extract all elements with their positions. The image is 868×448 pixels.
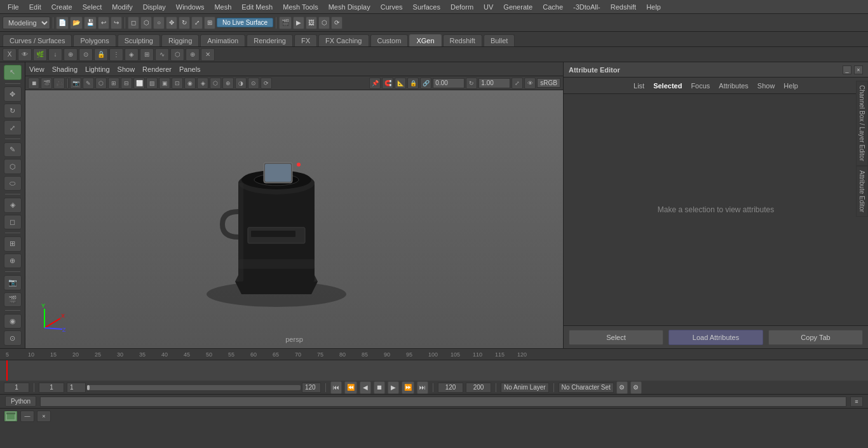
persp-btn[interactable]: ⬡ (318, 17, 330, 29)
tab-fx[interactable]: FX (294, 34, 317, 46)
menu-generate[interactable]: Generate (498, 2, 538, 12)
render-btn[interactable]: 🎬 (279, 17, 292, 29)
tab-rigging[interactable]: Rigging (161, 34, 199, 46)
vp-tb-6[interactable]: ⬡ (95, 78, 107, 89)
tab-polygons[interactable]: Polygons (73, 34, 116, 46)
go-to-end-btn[interactable]: ⏭ (417, 381, 428, 394)
wm-main-window[interactable] (4, 411, 18, 422)
scale-input[interactable] (478, 78, 510, 88)
render-view-btn[interactable]: 🎬 (4, 292, 22, 308)
attr-minimize-btn[interactable]: _ (843, 65, 851, 74)
prev-frame-btn[interactable]: ⏪ (344, 381, 357, 394)
menu-curves[interactable]: Curves (376, 2, 408, 12)
tab-custom[interactable]: Custom (370, 34, 409, 46)
xgen-btn-6[interactable]: ⊙ (79, 48, 93, 61)
vp-menu-panels[interactable]: Panels (179, 65, 201, 73)
vp-tb-15[interactable]: ⊕ (222, 78, 234, 89)
menu-file[interactable]: File (3, 2, 24, 12)
vp-tb-11[interactable]: ⊡ (172, 78, 183, 89)
frame-current-input[interactable] (4, 383, 29, 393)
tab-animation[interactable]: Animation (200, 34, 245, 46)
extra-tool-btn-1[interactable]: ◉ (4, 314, 22, 329)
attr-tab-list[interactable]: List (634, 82, 644, 90)
vp-tb-17[interactable]: ⊙ (248, 78, 259, 89)
python-input[interactable] (40, 397, 846, 407)
rotation-input[interactable] (433, 78, 465, 88)
vp-tb-3[interactable]: 🎥 (53, 78, 65, 89)
xgen-btn-1[interactable]: X (3, 48, 17, 61)
select-tool-btn[interactable]: ↖ (4, 65, 22, 80)
anim-options-btn[interactable]: ⚙ (630, 381, 642, 394)
vp-tb-link[interactable]: 🔗 (420, 78, 431, 89)
frame-max-input[interactable] (466, 383, 491, 393)
viewport-3d[interactable]: X Y Z persp (25, 90, 563, 348)
undo-btn[interactable]: ↩ (98, 17, 109, 29)
menu-mesh[interactable]: Mesh (209, 2, 236, 12)
tab-bullet[interactable]: Bullet (484, 34, 515, 46)
vp-tb-10[interactable]: ▣ (159, 78, 170, 89)
menu-modify[interactable]: Modify (107, 2, 137, 12)
char-set-label[interactable]: No Character Set (559, 383, 614, 393)
vp-tb-8[interactable]: ⬜ (133, 78, 145, 89)
menu-surfaces[interactable]: Surfaces (408, 2, 445, 12)
frame-end-input[interactable] (438, 383, 463, 393)
char-set-options-btn[interactable]: ⚙ (616, 381, 628, 394)
menu-cache[interactable]: Cache (538, 2, 568, 12)
channel-box-tab[interactable]: Channel Box / Layer Editor (856, 81, 868, 166)
rotate-btn[interactable]: ↻ (179, 17, 190, 29)
tab-curves-surfaces[interactable]: Curves / Surfaces (3, 34, 72, 46)
new-scene-btn[interactable]: 📄 (56, 17, 69, 29)
open-scene-btn[interactable]: 📂 (70, 17, 83, 29)
xgen-btn-11[interactable]: ∿ (155, 48, 169, 61)
xgen-btn-9[interactable]: ◈ (125, 48, 139, 61)
attr-load-btn[interactable]: Load Attributes (668, 330, 763, 345)
attr-close-btn[interactable]: × (854, 65, 863, 74)
tab-redshift[interactable]: Redshift (443, 34, 482, 46)
vp-tb-14[interactable]: ⬡ (210, 78, 221, 89)
menu-windows[interactable]: Windows (171, 2, 210, 12)
play-back-btn[interactable]: ◀ (360, 381, 371, 394)
wm-close-btn[interactable]: × (37, 411, 51, 422)
xgen-btn-10[interactable]: ⊞ (140, 48, 154, 61)
attr-copy-tab-btn[interactable]: Copy Tab (768, 330, 863, 345)
vp-tb-2[interactable]: 🎬 (41, 78, 52, 89)
last-tool-btn[interactable]: ⊞ (204, 17, 215, 29)
paint-tool-btn[interactable]: ✎ (4, 142, 22, 158)
vp-tb-12[interactable]: ◉ (184, 78, 196, 89)
python-tab-btn[interactable]: Python (5, 396, 36, 407)
attr-tab-selected[interactable]: Selected (653, 82, 682, 90)
menu-redshift[interactable]: Redshift (606, 2, 641, 12)
tab-sculpting[interactable]: Sculpting (118, 34, 160, 46)
timeline-slider[interactable] (87, 385, 301, 390)
next-frame-btn[interactable]: ⏩ (402, 381, 414, 394)
tab-fx-caching[interactable]: FX Caching (318, 34, 369, 46)
xgen-btn-5[interactable]: ⊕ (64, 48, 78, 61)
xgen-btn-4[interactable]: ↓ (48, 48, 62, 61)
play-fwd-btn[interactable]: ▶ (388, 381, 399, 394)
vp-tb-1[interactable]: ⏹ (28, 78, 39, 89)
wm-minimize-btn[interactable]: — (20, 411, 34, 422)
vp-tb-grid[interactable]: ⊟ (121, 78, 132, 89)
tab-rendering[interactable]: Rendering (247, 34, 293, 46)
stop-btn[interactable]: ⏹ (374, 381, 385, 394)
attr-tab-focus[interactable]: Focus (691, 82, 710, 90)
menu-mesh-display[interactable]: Mesh Display (323, 2, 376, 12)
workspace-selector[interactable]: Modeling (3, 17, 50, 29)
display-tool-btn[interactable]: ⊞ (4, 236, 22, 252)
marquee-tool-btn[interactable]: ◻ (4, 215, 22, 230)
extra-tool-btn-2[interactable]: ⊙ (4, 330, 22, 346)
python-expand-btn[interactable]: ≡ (850, 397, 863, 407)
vp-tb-ruler[interactable]: 📐 (395, 78, 406, 89)
scale-btn[interactable]: ⤢ (191, 17, 203, 29)
camera-tool-btn[interactable]: 📷 (4, 275, 22, 290)
display-render-btn[interactable]: 🖼 (306, 17, 317, 29)
attr-editor-side-tab[interactable]: Attribute Editor (856, 166, 868, 217)
vp-tb-snap[interactable]: 📌 (369, 78, 381, 89)
menu-3dtoall[interactable]: -3DtoAll- (568, 2, 606, 12)
vp-tb-lock[interactable]: 🔒 (407, 78, 419, 89)
paint-btn[interactable]: ○ (153, 17, 165, 29)
vp-menu-shading[interactable]: Shading (52, 65, 78, 73)
xgen-btn-7[interactable]: 🔒 (94, 48, 108, 61)
multi-tool-btn[interactable]: ⊕ (4, 254, 22, 269)
vp-tb-18[interactable]: ⟳ (261, 78, 272, 89)
